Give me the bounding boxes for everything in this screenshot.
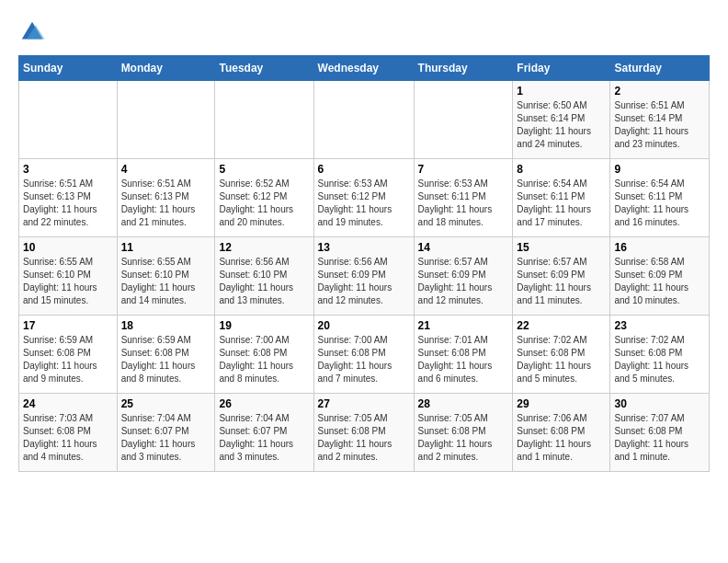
day-number: 14 (418, 241, 509, 254)
day-number: 6 (318, 163, 410, 176)
day-info: Sunrise: 7:02 AM Sunset: 6:08 PM Dayligh… (517, 334, 606, 385)
calendar-cell: 25Sunrise: 7:04 AM Sunset: 6:07 PM Dayli… (117, 394, 215, 472)
day-number: 10 (23, 241, 113, 254)
calendar-cell: 24Sunrise: 7:03 AM Sunset: 6:08 PM Dayli… (19, 394, 118, 472)
calendar-cell: 8Sunrise: 6:54 AM Sunset: 6:11 PM Daylig… (513, 159, 610, 237)
day-number: 24 (23, 397, 113, 410)
calendar-cell: 27Sunrise: 7:05 AM Sunset: 6:08 PM Dayli… (313, 394, 414, 472)
calendar-cell: 22Sunrise: 7:02 AM Sunset: 6:08 PM Dayli… (513, 316, 610, 394)
day-number: 5 (219, 163, 309, 176)
day-info: Sunrise: 6:55 AM Sunset: 6:10 PM Dayligh… (23, 256, 113, 307)
calendar-week-row: 17Sunrise: 6:59 AM Sunset: 6:08 PM Dayli… (19, 316, 710, 394)
calendar-cell: 28Sunrise: 7:05 AM Sunset: 6:08 PM Dayli… (414, 394, 513, 472)
day-info: Sunrise: 6:57 AM Sunset: 6:09 PM Dayligh… (418, 256, 509, 307)
calendar-cell: 6Sunrise: 6:53 AM Sunset: 6:12 PM Daylig… (313, 159, 414, 237)
day-number: 8 (517, 163, 606, 176)
day-number: 4 (121, 163, 211, 176)
calendar-cell: 30Sunrise: 7:07 AM Sunset: 6:08 PM Dayli… (610, 394, 710, 472)
day-number: 27 (318, 397, 410, 410)
calendar-cell: 13Sunrise: 6:56 AM Sunset: 6:09 PM Dayli… (313, 237, 414, 316)
day-info: Sunrise: 6:59 AM Sunset: 6:08 PM Dayligh… (121, 334, 211, 385)
day-info: Sunrise: 7:03 AM Sunset: 6:08 PM Dayligh… (23, 412, 113, 464)
day-number: 26 (219, 397, 309, 410)
day-number: 15 (517, 241, 606, 254)
calendar-cell: 26Sunrise: 7:04 AM Sunset: 6:07 PM Dayli… (215, 394, 313, 472)
calendar-cell: 19Sunrise: 7:00 AM Sunset: 6:08 PM Dayli… (215, 316, 313, 394)
day-info: Sunrise: 6:51 AM Sunset: 6:13 PM Dayligh… (121, 178, 211, 229)
day-info: Sunrise: 6:51 AM Sunset: 6:13 PM Dayligh… (23, 178, 113, 229)
day-number: 2 (614, 85, 705, 98)
day-info: Sunrise: 6:59 AM Sunset: 6:08 PM Dayligh… (23, 334, 113, 385)
calendar-cell: 11Sunrise: 6:55 AM Sunset: 6:10 PM Dayli… (117, 237, 215, 316)
day-number: 16 (614, 241, 705, 254)
calendar-week-row: 24Sunrise: 7:03 AM Sunset: 6:08 PM Dayli… (19, 394, 710, 472)
day-info: Sunrise: 6:53 AM Sunset: 6:12 PM Dayligh… (318, 178, 410, 229)
calendar-cell: 23Sunrise: 7:02 AM Sunset: 6:08 PM Dayli… (610, 316, 710, 394)
day-number: 1 (517, 85, 606, 98)
weekday-header: Tuesday (215, 56, 313, 81)
day-number: 20 (318, 319, 410, 332)
calendar-cell (215, 81, 313, 159)
calendar-cell: 12Sunrise: 6:56 AM Sunset: 6:10 PM Dayli… (215, 237, 313, 316)
day-number: 18 (121, 319, 211, 332)
calendar-cell: 5Sunrise: 6:52 AM Sunset: 6:12 PM Daylig… (215, 159, 313, 237)
calendar-cell: 16Sunrise: 6:58 AM Sunset: 6:09 PM Dayli… (610, 237, 710, 316)
calendar-cell: 17Sunrise: 6:59 AM Sunset: 6:08 PM Dayli… (19, 316, 118, 394)
day-info: Sunrise: 7:04 AM Sunset: 6:07 PM Dayligh… (121, 412, 211, 464)
day-info: Sunrise: 7:05 AM Sunset: 6:08 PM Dayligh… (318, 412, 410, 464)
calendar-cell (313, 81, 414, 159)
calendar-week-row: 10Sunrise: 6:55 AM Sunset: 6:10 PM Dayli… (19, 237, 710, 316)
logo (18, 18, 50, 46)
day-number: 7 (418, 163, 509, 176)
header-row: SundayMondayTuesdayWednesdayThursdayFrid… (19, 56, 710, 81)
calendar-table: SundayMondayTuesdayWednesdayThursdayFrid… (18, 55, 710, 472)
day-number: 19 (219, 319, 309, 332)
day-info: Sunrise: 7:02 AM Sunset: 6:08 PM Dayligh… (614, 334, 705, 385)
calendar-cell: 1Sunrise: 6:50 AM Sunset: 6:14 PM Daylig… (513, 81, 610, 159)
calendar-cell: 20Sunrise: 7:00 AM Sunset: 6:08 PM Dayli… (313, 316, 414, 394)
day-info: Sunrise: 7:07 AM Sunset: 6:08 PM Dayligh… (614, 412, 705, 464)
day-info: Sunrise: 6:50 AM Sunset: 6:14 PM Dayligh… (517, 99, 606, 151)
calendar-cell: 9Sunrise: 6:54 AM Sunset: 6:11 PM Daylig… (610, 159, 710, 237)
day-info: Sunrise: 6:56 AM Sunset: 6:10 PM Dayligh… (219, 256, 309, 307)
calendar-cell: 15Sunrise: 6:57 AM Sunset: 6:09 PM Dayli… (513, 237, 610, 316)
logo-icon (18, 18, 46, 46)
day-info: Sunrise: 7:00 AM Sunset: 6:08 PM Dayligh… (318, 334, 410, 385)
calendar-cell: 2Sunrise: 6:51 AM Sunset: 6:14 PM Daylig… (610, 81, 710, 159)
day-number: 30 (614, 397, 705, 410)
calendar-cell (414, 81, 513, 159)
day-number: 11 (121, 241, 211, 254)
weekday-header: Sunday (19, 56, 118, 81)
day-number: 3 (23, 163, 113, 176)
calendar-cell (19, 81, 118, 159)
page-header (18, 18, 710, 46)
day-number: 21 (418, 319, 509, 332)
day-info: Sunrise: 6:55 AM Sunset: 6:10 PM Dayligh… (121, 256, 211, 307)
day-info: Sunrise: 6:51 AM Sunset: 6:14 PM Dayligh… (614, 99, 705, 151)
calendar-body: 1Sunrise: 6:50 AM Sunset: 6:14 PM Daylig… (19, 81, 710, 472)
weekday-header: Friday (513, 56, 610, 81)
day-number: 9 (614, 163, 705, 176)
weekday-header: Saturday (610, 56, 710, 81)
calendar-cell: 14Sunrise: 6:57 AM Sunset: 6:09 PM Dayli… (414, 237, 513, 316)
calendar-cell: 7Sunrise: 6:53 AM Sunset: 6:11 PM Daylig… (414, 159, 513, 237)
day-info: Sunrise: 6:54 AM Sunset: 6:11 PM Dayligh… (517, 178, 606, 229)
calendar-cell: 29Sunrise: 7:06 AM Sunset: 6:08 PM Dayli… (513, 394, 610, 472)
day-info: Sunrise: 6:58 AM Sunset: 6:09 PM Dayligh… (614, 256, 705, 307)
weekday-header: Monday (117, 56, 215, 81)
day-info: Sunrise: 6:56 AM Sunset: 6:09 PM Dayligh… (318, 256, 410, 307)
day-number: 12 (219, 241, 309, 254)
day-info: Sunrise: 7:00 AM Sunset: 6:08 PM Dayligh… (219, 334, 309, 385)
calendar-cell: 3Sunrise: 6:51 AM Sunset: 6:13 PM Daylig… (19, 159, 118, 237)
day-info: Sunrise: 6:53 AM Sunset: 6:11 PM Dayligh… (418, 178, 509, 229)
day-number: 29 (517, 397, 606, 410)
day-info: Sunrise: 7:06 AM Sunset: 6:08 PM Dayligh… (517, 412, 606, 464)
day-info: Sunrise: 6:54 AM Sunset: 6:11 PM Dayligh… (614, 178, 705, 229)
calendar-header: SundayMondayTuesdayWednesdayThursdayFrid… (19, 56, 710, 81)
day-number: 25 (121, 397, 211, 410)
day-number: 23 (614, 319, 705, 332)
day-info: Sunrise: 7:04 AM Sunset: 6:07 PM Dayligh… (219, 412, 309, 464)
calendar-week-row: 1Sunrise: 6:50 AM Sunset: 6:14 PM Daylig… (19, 81, 710, 159)
day-number: 13 (318, 241, 410, 254)
day-number: 28 (418, 397, 509, 410)
